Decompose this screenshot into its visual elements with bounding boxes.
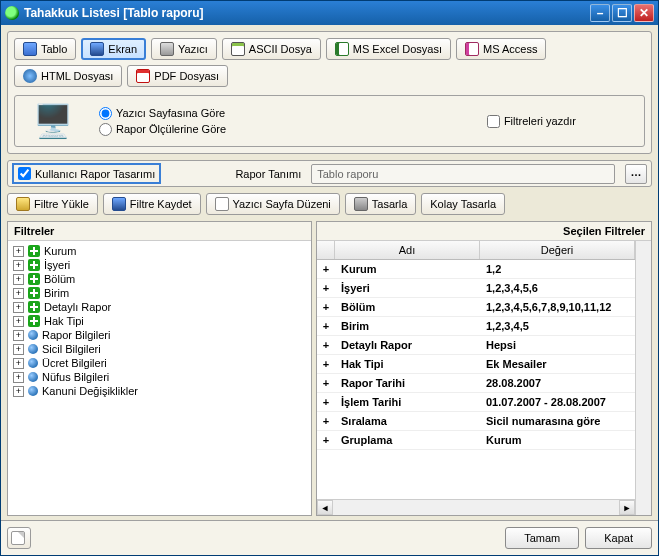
expand-icon[interactable]: + bbox=[13, 316, 24, 327]
yazici-sayfa-duzeni-button[interactable]: Yazıcı Sayfa Düzeni bbox=[206, 193, 340, 215]
grid-row[interactable]: +Detaylı RaporHepsi bbox=[317, 336, 635, 355]
expand-icon[interactable]: + bbox=[317, 336, 335, 354]
expand-icon[interactable]: + bbox=[317, 260, 335, 278]
grid-row[interactable]: +Birim1,2,3,4,5 bbox=[317, 317, 635, 336]
grid-cell-value: Kurum bbox=[480, 431, 635, 449]
ekran-button[interactable]: Ekran bbox=[81, 38, 146, 60]
grid-cell-value: 1,2 bbox=[480, 260, 635, 278]
rapor-tanimi-input[interactable] bbox=[311, 164, 615, 184]
grid-row[interactable]: +SıralamaSicil numarasına göre bbox=[317, 412, 635, 431]
close-button[interactable]: ✕ bbox=[634, 4, 654, 22]
pdf-button[interactable]: PDF Dosyası bbox=[127, 65, 228, 87]
col-degeri: Değeri bbox=[480, 241, 635, 259]
rapor-tanimi-browse-button[interactable]: … bbox=[625, 164, 647, 184]
grid-row[interactable]: +GruplamaKurum bbox=[317, 431, 635, 450]
expand-icon[interactable]: + bbox=[317, 431, 335, 449]
tamam-button[interactable]: Tamam bbox=[505, 527, 579, 549]
tree-item[interactable]: +Hak Tipi bbox=[11, 314, 308, 328]
plus-node-icon bbox=[28, 315, 40, 327]
expand-icon[interactable]: + bbox=[317, 298, 335, 316]
screen-icon bbox=[90, 42, 104, 56]
vertical-scrollbar[interactable] bbox=[635, 241, 651, 515]
expand-icon[interactable]: + bbox=[13, 386, 24, 397]
expand-icon[interactable]: + bbox=[13, 344, 24, 355]
tree-item-label: Rapor Bilgileri bbox=[42, 329, 110, 341]
scroll-left-icon[interactable]: ◄ bbox=[317, 500, 333, 515]
tree-item-label: Detaylı Rapor bbox=[44, 301, 111, 313]
tablo-button[interactable]: Tablo bbox=[14, 38, 76, 60]
grid-body[interactable]: +Kurum1,2+İşyeri1,2,3,4,5,6+Bölüm1,2,3,4… bbox=[317, 260, 635, 499]
tree-item[interactable]: +Detaylı Rapor bbox=[11, 300, 308, 314]
tree-item-label: Hak Tipi bbox=[44, 315, 84, 327]
tree-item-label: Ücret Bilgileri bbox=[42, 357, 107, 369]
radio-rapor-olculerine[interactable]: Rapor Ölçülerine Göre bbox=[99, 123, 226, 136]
chk-kullanici-rapor-tasarimi[interactable]: Kullanıcı Rapor Tasarımı bbox=[12, 163, 161, 184]
scroll-right-icon[interactable]: ► bbox=[619, 500, 635, 515]
expand-icon[interactable]: + bbox=[317, 317, 335, 335]
tasarla-button[interactable]: Tasarla bbox=[345, 193, 416, 215]
expand-icon[interactable]: + bbox=[13, 330, 24, 341]
col-adi: Adı bbox=[335, 241, 480, 259]
kolay-tasarla-button[interactable]: Kolay Tasarla bbox=[421, 193, 505, 215]
expand-icon[interactable]: + bbox=[317, 412, 335, 430]
filtreler-tree[interactable]: +Kurum+İşyeri+Bölüm+Birim+Detaylı Rapor+… bbox=[8, 241, 311, 515]
expand-icon[interactable]: + bbox=[13, 246, 24, 257]
expand-icon[interactable]: + bbox=[13, 358, 24, 369]
expand-icon[interactable]: + bbox=[317, 393, 335, 411]
expand-icon[interactable]: + bbox=[317, 355, 335, 373]
new-button[interactable] bbox=[7, 527, 31, 549]
tree-item[interactable]: +Kanuni Değişiklikler bbox=[11, 384, 308, 398]
folder-node-icon bbox=[28, 344, 38, 354]
ascii-button[interactable]: ASCII Dosya bbox=[222, 38, 321, 60]
horizontal-scrollbar[interactable]: ◄ ► bbox=[317, 499, 635, 515]
tree-item[interactable]: +Kurum bbox=[11, 244, 308, 258]
grid-row[interactable]: +Kurum1,2 bbox=[317, 260, 635, 279]
tree-item[interactable]: +Birim bbox=[11, 286, 308, 300]
tree-item[interactable]: +Ücret Bilgileri bbox=[11, 356, 308, 370]
expand-icon[interactable]: + bbox=[317, 279, 335, 297]
expand-icon[interactable]: + bbox=[13, 288, 24, 299]
tree-item[interactable]: +Rapor Bilgileri bbox=[11, 328, 308, 342]
tree-item[interactable]: +Sicil Bilgileri bbox=[11, 342, 308, 356]
chk-filtreleri-yazdir[interactable]: Filtreleri yazdır bbox=[487, 115, 576, 128]
file-icon bbox=[231, 42, 245, 56]
plus-node-icon bbox=[28, 287, 40, 299]
grid-cell-value: Sicil numarasına göre bbox=[480, 412, 635, 430]
tree-item[interactable]: +Bölüm bbox=[11, 272, 308, 286]
grid-row[interactable]: +İşyeri1,2,3,4,5,6 bbox=[317, 279, 635, 298]
kapat-button[interactable]: Kapat bbox=[585, 527, 652, 549]
grid-row[interactable]: +Bölüm1,2,3,4,5,6,7,8,9,10,11,12 bbox=[317, 298, 635, 317]
plus-node-icon bbox=[28, 301, 40, 313]
grid-cell-name: Kurum bbox=[335, 260, 480, 278]
expand-icon[interactable]: + bbox=[317, 374, 335, 392]
filtre-yukle-button[interactable]: Filtre Yükle bbox=[7, 193, 98, 215]
expand-icon[interactable]: + bbox=[13, 372, 24, 383]
titlebar[interactable]: Tahakkuk Listesi [Tablo raporu] – ☐ ✕ bbox=[1, 1, 658, 25]
tree-item[interactable]: +Nüfus Bilgileri bbox=[11, 370, 308, 384]
grid-cell-value: 01.07.2007 - 28.08.2007 bbox=[480, 393, 635, 411]
minimize-button[interactable]: – bbox=[590, 4, 610, 22]
grid-cell-name: Sıralama bbox=[335, 412, 480, 430]
main-window: Tahakkuk Listesi [Tablo raporu] – ☐ ✕ Ta… bbox=[0, 0, 659, 556]
html-button[interactable]: HTML Dosyası bbox=[14, 65, 122, 87]
design-icon bbox=[354, 197, 368, 211]
grid-row[interactable]: +Hak TipiEk Mesailer bbox=[317, 355, 635, 374]
tree-item[interactable]: +İşyeri bbox=[11, 258, 308, 272]
tree-item-label: Birim bbox=[44, 287, 69, 299]
expand-icon[interactable]: + bbox=[13, 260, 24, 271]
pdf-icon bbox=[136, 69, 150, 83]
access-icon bbox=[465, 42, 479, 56]
maximize-button[interactable]: ☐ bbox=[612, 4, 632, 22]
expand-icon[interactable]: + bbox=[13, 302, 24, 313]
grid-row[interactable]: +Rapor Tarihi28.08.2007 bbox=[317, 374, 635, 393]
filtre-kaydet-button[interactable]: Filtre Kaydet bbox=[103, 193, 201, 215]
grid-cell-name: Birim bbox=[335, 317, 480, 335]
expand-icon[interactable]: + bbox=[13, 274, 24, 285]
grid-row[interactable]: +İşlem Tarihi01.07.2007 - 28.08.2007 bbox=[317, 393, 635, 412]
plus-node-icon bbox=[28, 245, 40, 257]
excel-button[interactable]: MS Excel Dosyası bbox=[326, 38, 451, 60]
access-button[interactable]: MS Access bbox=[456, 38, 546, 60]
radio-yazici-sayfasina[interactable]: Yazıcı Sayfasına Göre bbox=[99, 107, 226, 120]
yazici-button[interactable]: Yazıcı bbox=[151, 38, 217, 60]
rapor-tanimi-label: Rapor Tanımı bbox=[211, 168, 301, 180]
